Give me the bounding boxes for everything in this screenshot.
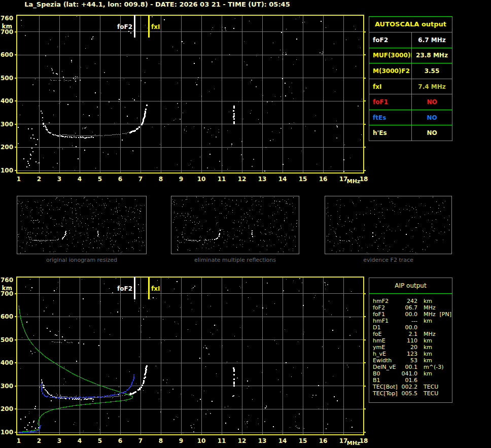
aip-label: h_vE: [373, 351, 399, 357]
aip-label: ymE: [373, 344, 399, 351]
svg-text:760: 760: [1, 15, 13, 22]
svg-text:9: 9: [179, 176, 183, 183]
aip-unit: m^(-3): [424, 364, 443, 370]
svg-text:MHz: MHz: [347, 440, 361, 446]
svg-text:13: 13: [258, 176, 267, 183]
svg-text:8: 8: [159, 437, 163, 444]
svg-text:760: 760: [1, 277, 13, 284]
aip-value: 005.5: [399, 390, 417, 397]
table-row: D100.0: [373, 324, 452, 331]
aip-value: 00.0: [399, 311, 417, 318]
svg-text:11: 11: [218, 176, 226, 183]
thumbnail-caption: original ionogram resized: [17, 257, 147, 264]
aip-unit: km: [424, 351, 432, 357]
svg-text:11: 11: [218, 437, 226, 444]
svg-text:5: 5: [98, 176, 102, 183]
svg-text:12: 12: [238, 176, 247, 183]
autoscala-table-rows: foF26.7 MHzMUF(3000)F223.8 MHzM(3000)F23…: [369, 32, 452, 141]
table-row: fxI7.4 MHz: [369, 79, 452, 94]
svg-text:3: 3: [57, 176, 61, 183]
aip-value: 01.6: [399, 377, 417, 384]
svg-text:km: km: [2, 285, 12, 292]
aip-value: 110: [399, 337, 417, 344]
aip-value: 53: [399, 357, 417, 364]
svg-text:foF2: foF2: [117, 23, 132, 30]
svg-text:500: 500: [1, 336, 13, 343]
aip-label: foF2: [373, 304, 399, 311]
svg-text:fxI: fxI: [151, 23, 160, 30]
autoscala-output-table: AUTOSCALA output foF26.7 MHzMUF(3000)F22…: [369, 16, 452, 141]
svg-text:15: 15: [299, 437, 307, 444]
aip-extra: [PN]: [440, 311, 451, 318]
svg-text:300: 300: [1, 383, 13, 390]
aip-label: DelN_vE: [373, 364, 399, 370]
svg-text:14: 14: [278, 437, 287, 444]
station-title: La_Spezia (lat: +44.1, lon: 009.8) - DAT…: [15, 1, 299, 10]
aip-unit: km: [424, 298, 432, 304]
aip-unit: km: [424, 357, 432, 364]
svg-text:16: 16: [319, 176, 328, 183]
svg-text:km: km: [2, 23, 12, 30]
parameter-label: foF2: [369, 32, 412, 48]
aip-label: D1: [373, 324, 399, 331]
aip-value: 041.0: [399, 370, 417, 377]
svg-text:500: 500: [1, 75, 13, 82]
aip-value: 00.0: [399, 324, 417, 331]
aip-table-title: AIP output: [369, 278, 452, 294]
svg-text:4: 4: [78, 437, 82, 444]
table-row: M(3000)F23.55: [369, 63, 452, 79]
thumbnail-original-ionogram: [17, 196, 147, 254]
parameter-label: ftEs: [369, 110, 412, 125]
aip-value: 002.2: [399, 384, 417, 390]
table-row: TEC[Bot]002.2TECU: [373, 384, 452, 390]
table-row: hmF1---km: [373, 318, 452, 324]
svg-text:8: 8: [159, 176, 163, 183]
parameter-value: 23.8 MHz: [412, 48, 452, 63]
svg-text:1: 1: [17, 437, 21, 444]
svg-text:6: 6: [118, 176, 122, 183]
parameter-label: foF1: [369, 94, 412, 110]
profile-ionogram-plot: foF2fxI760700600500400300200100km1234567…: [0, 274, 368, 448]
svg-text:16: 16: [319, 437, 328, 444]
table-row: B101.6: [373, 377, 452, 384]
svg-text:100: 100: [1, 167, 13, 174]
svg-text:1: 1: [17, 176, 21, 183]
aip-label: Ewidth: [373, 357, 399, 364]
aip-unit: MHz: [424, 311, 436, 318]
svg-text:600: 600: [1, 313, 13, 320]
table-row: Ewidth53km: [373, 357, 452, 364]
aip-value: 06.7: [399, 304, 417, 311]
svg-text:300: 300: [1, 121, 13, 128]
aip-label: foF1: [373, 311, 399, 318]
table-row: h_vE123km: [373, 351, 452, 357]
svg-text:200: 200: [1, 405, 13, 412]
autoscala-table-title: AUTOSCALA output: [369, 17, 452, 32]
aip-label: hmF1: [373, 318, 399, 324]
aip-output-table: AIP output hmF2242kmfoF206.7MHzfoF100.0M…: [369, 278, 452, 403]
thumbnail-evidence-f2-trace: [325, 196, 452, 254]
thumbnail-caption: eliminate multiple reflections: [171, 257, 299, 264]
parameter-value: NO: [412, 125, 452, 141]
svg-text:10: 10: [197, 437, 206, 444]
svg-text:4: 4: [78, 176, 82, 183]
table-row: ftEsNO: [369, 110, 452, 125]
aip-value: 2.1: [399, 331, 417, 337]
svg-text:18: 18: [360, 437, 368, 444]
svg-text:foF2: foF2: [117, 285, 132, 292]
table-row: hmF2242km: [373, 298, 452, 304]
aip-label: B1: [373, 377, 399, 384]
aip-label: TEC[Bot]: [373, 384, 399, 390]
svg-text:6: 6: [118, 437, 122, 444]
parameter-value: 6.7 MHz: [412, 32, 452, 48]
svg-text:13: 13: [258, 437, 267, 444]
aip-unit: km: [424, 318, 432, 324]
svg-text:18: 18: [360, 176, 368, 183]
parameter-label: MUF(3000)F2: [369, 48, 412, 63]
aip-value: ---: [399, 318, 417, 324]
aip-label: foE: [373, 331, 399, 337]
aip-unit: MHz: [424, 304, 436, 311]
svg-text:600: 600: [1, 51, 13, 58]
table-row: foF100.0MHz[PN]: [373, 311, 452, 318]
aip-value: 00.1: [399, 364, 417, 370]
thumbnail-eliminate-reflections: [171, 196, 299, 254]
